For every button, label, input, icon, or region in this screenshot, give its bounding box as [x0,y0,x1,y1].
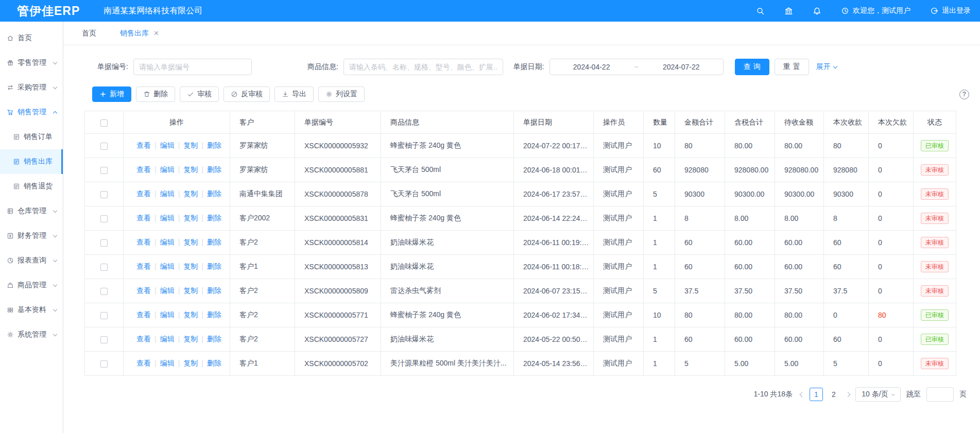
delete-link[interactable]: 删除 [207,141,221,149]
copy-link[interactable]: 复制 [183,165,198,174]
page-size-select[interactable]: 10 条/页 [855,387,901,402]
copy-link[interactable]: 复制 [183,141,198,149]
sidebar-item-sales[interactable]: 销售管理 [0,100,63,125]
search-icon[interactable] [756,7,765,15]
sidebar-item-purchase[interactable]: 采购管理 [0,75,63,100]
sidebar-item-sales-order[interactable]: 销售订单 [0,125,63,149]
row-checkbox[interactable] [100,167,108,174]
page-number-1[interactable]: 1 [810,388,823,401]
delete-link[interactable]: 删除 [207,310,221,319]
reset-button[interactable]: 重置 [775,59,809,75]
copy-link[interactable]: 复制 [183,238,198,246]
sidebar-item-retail[interactable]: 零售管理 [0,50,63,75]
copy-link[interactable]: 复制 [183,262,198,270]
view-link[interactable]: 查看 [136,214,151,222]
search-button[interactable]: 查询 [735,59,769,75]
view-link[interactable]: 查看 [136,310,151,319]
copy-link[interactable]: 复制 [183,214,198,222]
jump-page-input[interactable] [926,387,954,402]
organization-icon[interactable] [784,7,793,15]
column-settings-button[interactable]: 列设置 [318,86,365,102]
view-link[interactable]: 查看 [136,335,151,343]
delete-link[interactable]: 删除 [207,262,221,270]
copy-link[interactable]: 复制 [183,189,198,198]
delete-link[interactable]: 删除 [207,189,221,198]
date-range-picker[interactable]: 2024-04-22 ~ 2024-07-22 [549,59,724,75]
page-number-2[interactable]: 2 [827,388,840,401]
add-button[interactable]: 新增 [92,86,131,102]
row-checkbox[interactable] [100,360,108,368]
edit-link[interactable]: 编辑 [160,141,175,149]
edit-link[interactable]: 编辑 [160,359,175,367]
sidebar-item-product[interactable]: 商品管理 [0,273,63,298]
edit-link[interactable]: 编辑 [160,262,175,270]
prev-page-icon[interactable] [800,392,805,397]
row-checkbox[interactable] [100,288,108,295]
edit-link[interactable]: 编辑 [160,335,175,343]
row-checkbox[interactable] [100,215,108,222]
view-link[interactable]: 查看 [136,238,151,246]
date-start[interactable]: 2024-04-22 [550,63,633,71]
expand-link[interactable]: 展开 [816,62,837,72]
sidebar-item-report[interactable]: 报表查询 [0,248,63,273]
product-info-input[interactable] [343,59,503,75]
sidebar-item-warehouse[interactable]: 仓库管理 [0,199,63,223]
edit-link[interactable]: 编辑 [160,214,175,222]
notification-bell-icon[interactable] [813,7,821,15]
view-link[interactable]: 查看 [136,286,151,295]
tab-sales-outbound[interactable]: 销售出库✕ [120,29,159,38]
welcome-user[interactable]: 欢迎您，测试用户 [841,6,910,15]
sidebar-item-sales-return[interactable]: 销售退货 [0,174,63,199]
copy-link[interactable]: 复制 [183,310,198,319]
row-checkbox[interactable] [100,336,108,343]
delete-link[interactable]: 删除 [207,286,221,295]
delete-button[interactable]: 删除 [136,86,175,102]
sidebar-item-system[interactable]: 系统管理 [0,322,63,347]
row-checkbox[interactable] [100,312,108,319]
view-link[interactable]: 查看 [136,165,151,174]
checkbox-cell [85,134,124,158]
view-link[interactable]: 查看 [136,189,151,198]
row-checkbox[interactable] [100,191,108,198]
sidebar-item-home[interactable]: 首页 [0,26,63,50]
action-toolbar: 新增删除审核反审核导出列设置? [63,86,980,102]
logout-button[interactable]: 退出登录 [930,6,971,15]
copy-link[interactable]: 复制 [183,286,198,295]
view-link[interactable]: 查看 [136,262,151,270]
help-icon[interactable]: ? [959,90,969,99]
sidebar-item-finance[interactable]: 财务管理 [0,223,63,248]
close-icon[interactable]: ✕ [153,30,159,37]
edit-link[interactable]: 编辑 [160,165,175,174]
purchase-icon [7,84,14,91]
edit-link[interactable]: 编辑 [160,310,175,319]
delete-link[interactable]: 删除 [207,214,221,222]
view-link[interactable]: 查看 [136,359,151,367]
unaudit-button[interactable]: 反审核 [223,86,270,102]
delete-link[interactable]: 删除 [207,359,221,367]
view-link[interactable]: 查看 [136,141,151,149]
sidebar-item-sales-outbound[interactable]: 销售出库 [0,149,63,174]
status-badge: 未审核 [921,261,949,272]
copy-link[interactable]: 复制 [183,335,198,343]
edit-link[interactable]: 编辑 [160,189,175,198]
delete-link[interactable]: 删除 [207,335,221,343]
export-icon [282,91,289,98]
date-end[interactable]: 2024-07-22 [640,63,723,71]
edit-link[interactable]: 编辑 [160,238,175,246]
order-no-input[interactable] [133,59,252,75]
row-checkbox[interactable] [100,143,108,150]
sidebar-item-basic-data[interactable]: 基本资料 [0,298,63,322]
row-checkbox[interactable] [100,264,108,271]
row-checkbox[interactable] [100,239,108,247]
audit-button[interactable]: 审核 [180,86,219,102]
page-suffix: 页 [959,390,967,399]
qty-cell: 60 [644,158,675,182]
export-button[interactable]: 导出 [274,86,314,102]
copy-link[interactable]: 复制 [183,359,198,367]
select-all-checkbox[interactable] [100,119,108,127]
tab-home[interactable]: 首页 [82,29,96,38]
next-page-icon[interactable] [846,392,851,397]
delete-link[interactable]: 删除 [207,165,221,174]
edit-link[interactable]: 编辑 [160,286,175,295]
delete-link[interactable]: 删除 [207,238,221,246]
